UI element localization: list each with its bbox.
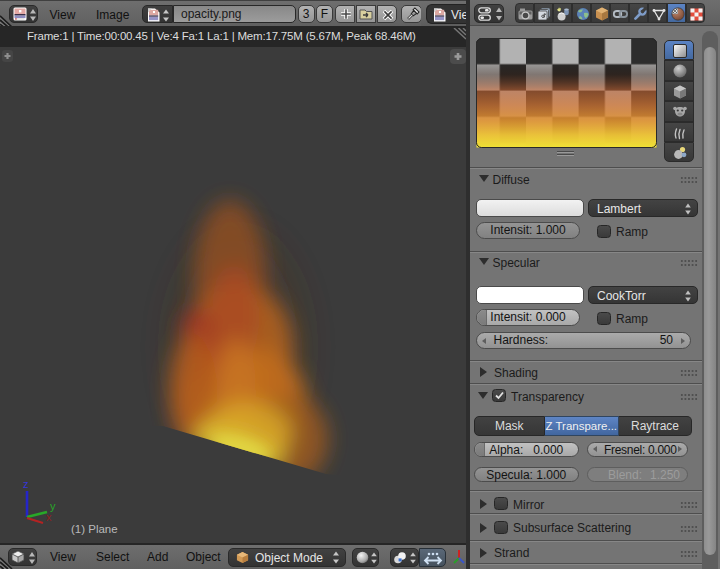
svg-text:z: z — [23, 479, 29, 490]
svg-text:x: x — [46, 511, 52, 523]
